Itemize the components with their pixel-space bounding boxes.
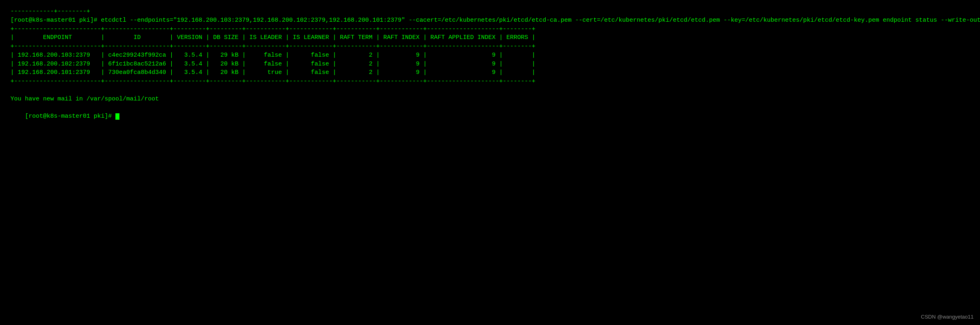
- terminal-mail-notice: You have new mail in /var/spool/mail/roo…: [10, 95, 970, 104]
- terminal-line-4: +------------------------+--------------…: [10, 42, 970, 51]
- watermark-text: CSDN @wangyetao11: [921, 313, 974, 321]
- terminal-line-1: [root@k8s-master01 pki]# etcdctl --endpo…: [10, 16, 970, 25]
- terminal-line-8: +------------------------+--------------…: [10, 77, 970, 86]
- terminal-prompt: [root@k8s-master01 pki]#: [25, 113, 115, 120]
- terminal-cursor: [115, 113, 119, 120]
- terminal-row-3: | 192.168.200.101:2379 | 730ea0fca8b4d34…: [10, 68, 970, 77]
- terminal-row-1: | 192.168.200.103:2379 | c4ec299243f992c…: [10, 51, 970, 60]
- terminal-line-9: [10, 86, 970, 95]
- terminal-prompt-line[interactable]: [root@k8s-master01 pki]#: [10, 103, 970, 129]
- terminal-row-2: | 192.168.200.102:2379 | 6f1c1bc8ac5212a…: [10, 60, 970, 69]
- terminal-line-2: +------------------------+--------------…: [10, 25, 970, 34]
- terminal-window: ------------+--------+ [root@k8s-master0…: [5, 3, 975, 325]
- terminal-line-0: ------------+--------+: [10, 7, 970, 16]
- terminal-header: | ENDPOINT | ID | VERSION | DB SIZE | IS…: [10, 33, 970, 42]
